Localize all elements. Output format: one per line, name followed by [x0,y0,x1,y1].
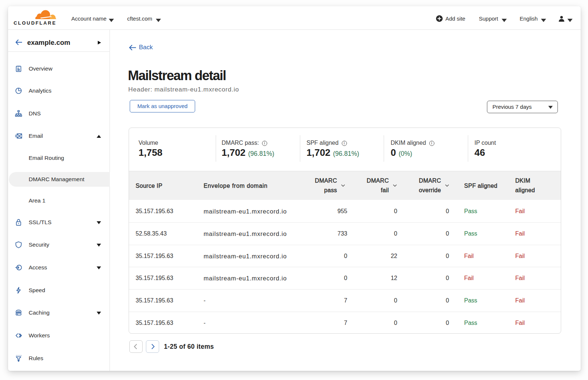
svg-text:CLOUDFLARE: CLOUDFLARE [14,20,57,26]
